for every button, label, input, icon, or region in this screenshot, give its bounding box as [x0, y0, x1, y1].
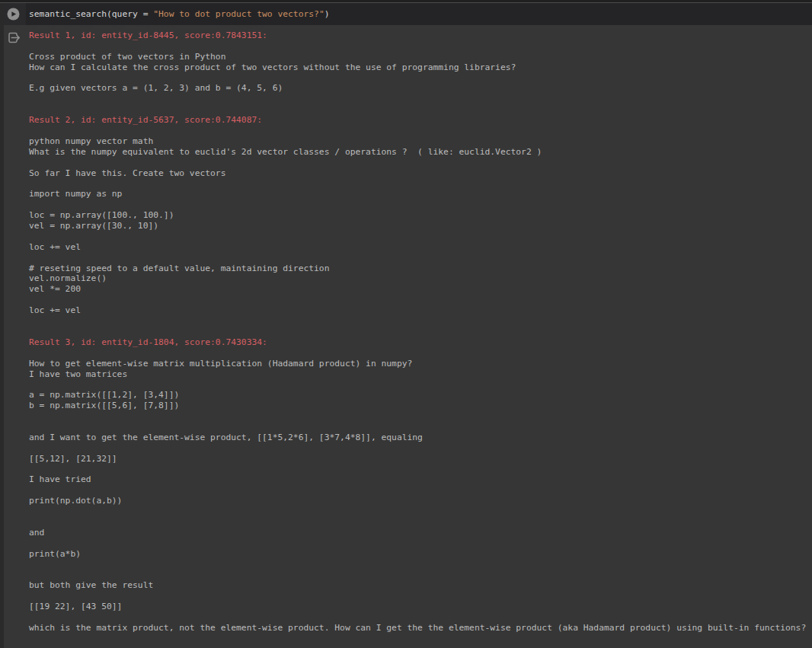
- output-line: Result 3, id: entity_id-1804, score:0.74…: [29, 337, 812, 348]
- output-line: [[5,12], [21,32]]: [29, 454, 812, 464]
- code-text-suffix: ): [324, 9, 330, 19]
- output-line: I have two matrices: [29, 369, 812, 380]
- output-line: [29, 591, 812, 602]
- left-edge: [0, 3, 4, 648]
- output-line: [29, 200, 812, 210]
- output-line: but both give the result: [29, 580, 812, 591]
- output-line: [29, 485, 812, 496]
- output-line: which is the matrix product, not the ele…: [29, 623, 812, 634]
- output-line: loc = np.array([100., 100.]): [29, 210, 812, 221]
- output-line: How can I calculate the cross product of…: [29, 62, 812, 73]
- output-line: print(np.dot(a,b)): [29, 496, 812, 506]
- output-line: # reseting speed to a default value, mai…: [29, 263, 812, 274]
- code-cell: semantic_search(query = "How to dot prod…: [0, 3, 812, 25]
- output-line: [29, 517, 812, 528]
- output-line: [29, 612, 812, 623]
- output-line: [29, 126, 812, 136]
- output-line: [[19 22], [43 50]]: [29, 602, 812, 612]
- output-lines: Result 1, id: entity_id-8445, score:0.78…: [29, 30, 812, 634]
- output-line: a = np.matrix([[1,2], [3,4]]): [29, 390, 812, 401]
- output-line: [29, 506, 812, 517]
- output-line: [29, 158, 812, 168]
- output-area: Result 1, id: entity_id-8445, score:0.78…: [0, 25, 812, 634]
- output-line: [29, 538, 812, 549]
- output-line: print(a*b): [29, 549, 812, 560]
- code-query-string: "How to dot product two vectors?": [153, 9, 324, 19]
- output-line: [29, 422, 812, 433]
- output-line: b = np.matrix([[5,6], [7,8]]): [29, 401, 812, 411]
- output-line: [29, 570, 812, 580]
- output-line: [29, 231, 812, 242]
- output-line: What is the numpy equivalent to euclid's…: [29, 147, 812, 158]
- output-line: Cross product of two vectors in Python: [29, 52, 812, 62]
- output-line: [29, 464, 812, 475]
- code-text-prefix: semantic_search(query =: [29, 9, 153, 19]
- output-line: loc += vel: [29, 242, 812, 253]
- output-line: [29, 104, 812, 115]
- output-line: E.g given vectors a = (1, 2, 3) and b = …: [29, 83, 812, 94]
- output-line: [29, 178, 812, 189]
- code-input[interactable]: semantic_search(query = "How to dot prod…: [29, 9, 330, 19]
- output-line: [29, 295, 812, 305]
- play-icon: [7, 8, 20, 21]
- output-line: python numpy vector math: [29, 136, 812, 147]
- output-line: and I want to get the element-wise produ…: [29, 433, 812, 443]
- output-line: Result 1, id: entity_id-8445, score:0.78…: [29, 30, 812, 41]
- output-line: [29, 379, 812, 390]
- output-line: [29, 348, 812, 359]
- output-line: [29, 94, 812, 104]
- output-line: [29, 41, 812, 52]
- output-line: loc += vel: [29, 305, 812, 316]
- output-line: [29, 316, 812, 327]
- output-line: vel = np.array([30., 10]): [29, 221, 812, 231]
- output-line: Result 2, id: entity_id-5637, score:0.74…: [29, 115, 812, 126]
- cell-output-icon: [7, 31, 21, 44]
- output-line: I have tried: [29, 474, 812, 485]
- output-line: [29, 560, 812, 570]
- output-line: vel *= 200: [29, 284, 812, 295]
- output-line: [29, 327, 812, 337]
- output-line: [29, 411, 812, 422]
- notebook-window: semantic_search(query = "How to dot prod…: [0, 0, 812, 648]
- output-line: vel.normalize(): [29, 273, 812, 284]
- output-line: and: [29, 528, 812, 538]
- output-line: import numpy as np: [29, 189, 812, 200]
- output-line: How to get element-wise matrix multiplic…: [29, 359, 812, 369]
- run-button[interactable]: [0, 3, 26, 25]
- output-line: So far I have this. Create two vectors: [29, 168, 812, 179]
- output-line: [29, 253, 812, 263]
- output-line: [29, 443, 812, 454]
- output-line: [29, 73, 812, 84]
